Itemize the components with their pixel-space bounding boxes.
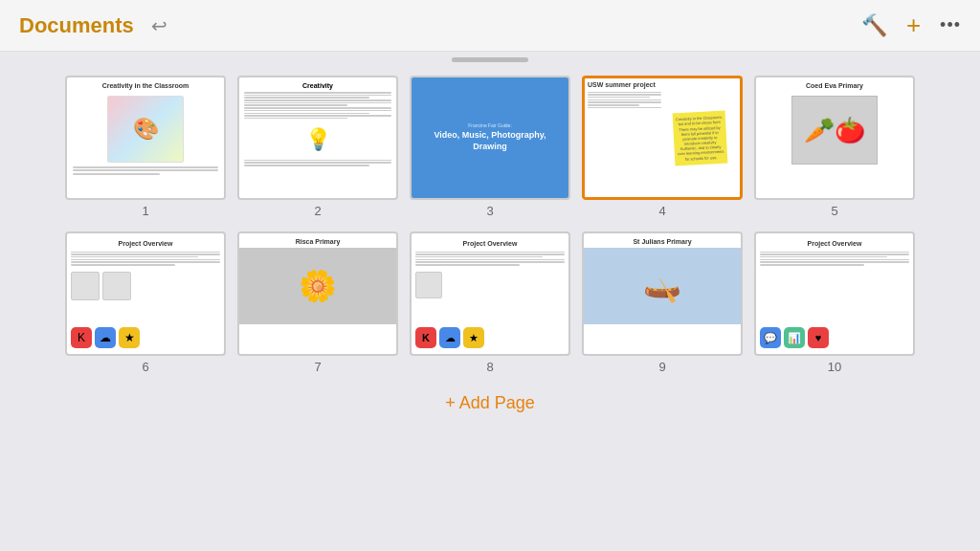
page-4-thumbnail[interactable]: USW summer project Creativity in the Cla… [582, 76, 743, 200]
page-3-thumbnail[interactable]: Francine Fair Guide: Video, Music, Photo… [410, 76, 570, 200]
page-4-sticky: Creativity in the Classroom, but and to … [673, 110, 728, 165]
page-8-title: Project Overview [415, 237, 565, 250]
grid-row-2: Project Overview K ☁ ★ 6 [19, 231, 961, 374]
page-thumb-3[interactable]: Francine Fair Guide: Video, Music, Photo… [410, 76, 570, 218]
page-title: Documents [19, 13, 134, 38]
back-button[interactable]: ↩ [151, 14, 167, 37]
app-icon-k2: K [415, 327, 436, 348]
page-4-title: USW summer project [588, 81, 661, 89]
page-8-number: 8 [486, 360, 493, 374]
page-6-thumbnail[interactable]: Project Overview K ☁ ★ [65, 231, 226, 356]
page-2-number: 2 [314, 204, 321, 218]
add-icon[interactable]: + [906, 11, 921, 40]
page-4-number: 4 [658, 204, 665, 218]
page-thumb-6[interactable]: Project Overview K ☁ ★ 6 [65, 231, 226, 374]
page-6-apps: K ☁ ★ [71, 327, 220, 350]
page-5-thumbnail[interactable]: Coed Eva Primary 🥕🍅 [754, 76, 915, 200]
header-right: 🔨 + ••• [861, 11, 961, 40]
page-2-bulb: 💡 [244, 121, 391, 159]
app-icon-green3: 📊 [784, 327, 805, 348]
app-icon-star: ★ [119, 327, 140, 348]
scroll-indicator-container [0, 52, 980, 66]
page-9-title: St Julians Primary [629, 233, 695, 248]
app-icon-star2: ★ [463, 327, 484, 348]
page-thumb-4[interactable]: USW summer project Creativity in the Cla… [582, 76, 743, 218]
grid-row-1: Creativity in the Classroom 🎨 1 Creativi… [19, 76, 961, 218]
page-6-content [71, 267, 220, 305]
app-icon-k: K [71, 327, 92, 348]
page-thumb-2[interactable]: Creativity 💡 2 [237, 76, 398, 218]
page-3-title: Video, Music, Photography, Drawing [417, 130, 563, 152]
page-9-thumbnail[interactable]: St Julians Primary 🛶 [582, 231, 743, 356]
page-3-subtitle: Francine Fair Guide: [468, 122, 512, 128]
page-9-image: 🛶 [584, 248, 741, 324]
page-7-thumbnail[interactable]: Risca Primary 🌼 [237, 231, 398, 356]
page-thumb-10[interactable]: Project Overview 💬 📊 ♥ 10 [754, 231, 915, 374]
page-7-image: 🌼 [239, 248, 396, 324]
page-1-title: Creativity in the Classroom [99, 77, 193, 92]
hammer-icon[interactable]: 🔨 [861, 13, 887, 38]
page-6-title: Project Overview [71, 237, 220, 250]
scroll-indicator [452, 57, 528, 62]
page-thumb-1[interactable]: Creativity in the Classroom 🎨 1 [65, 76, 226, 218]
page-1-lines [67, 163, 224, 178]
more-icon[interactable]: ••• [940, 15, 961, 35]
page-5-image: 🥕🍅 [791, 96, 878, 165]
page-10-apps: 💬 📊 ♥ [760, 327, 909, 350]
page-3-number: 3 [486, 204, 493, 218]
add-page-button[interactable]: + Add Page [445, 393, 535, 413]
page-9-number: 9 [658, 360, 665, 374]
page-2-title: Creativity [244, 82, 391, 89]
page-5-number: 5 [831, 204, 837, 218]
page-1-number: 1 [142, 204, 148, 218]
page-10-title: Project Overview [760, 237, 909, 250]
pages-grid: Creativity in the Classroom 🎨 1 Creativi… [0, 66, 980, 382]
page-7-number: 7 [314, 360, 321, 374]
page-10-thumbnail[interactable]: Project Overview 💬 📊 ♥ [754, 231, 915, 356]
page-8-apps: K ☁ ★ [415, 327, 565, 350]
page-7-title: Risca Primary [292, 233, 345, 248]
app-header: Documents ↩ 🔨 + ••• [0, 0, 980, 52]
page-thumb-9[interactable]: St Julians Primary 🛶 9 [582, 231, 743, 374]
app-icon-red3: ♥ [808, 327, 829, 348]
page-8-content [415, 267, 565, 303]
app-icon-blue2: ☁ [439, 327, 460, 348]
app-icon-blue: ☁ [95, 327, 116, 348]
add-page-bar: + Add Page [0, 382, 980, 425]
app-icon-blue3: 💬 [760, 327, 781, 348]
page-1-thumbnail[interactable]: Creativity in the Classroom 🎨 [65, 76, 226, 200]
page-8-thumbnail[interactable]: Project Overview K ☁ ★ [410, 231, 570, 356]
page-thumb-8[interactable]: Project Overview K ☁ ★ 8 [410, 231, 570, 374]
page-6-number: 6 [142, 360, 148, 374]
page-10-content [760, 267, 909, 303]
header-left: Documents ↩ [19, 13, 167, 38]
page-1-image: 🎨 [107, 96, 184, 163]
page-5-title: Coed Eva Primary [802, 77, 867, 92]
page-10-number: 10 [828, 360, 841, 374]
page-thumb-7[interactable]: Risca Primary 🌼 7 [237, 231, 398, 374]
page-2-thumbnail[interactable]: Creativity 💡 [237, 76, 398, 200]
page-thumb-5[interactable]: Coed Eva Primary 🥕🍅 5 [754, 76, 915, 218]
